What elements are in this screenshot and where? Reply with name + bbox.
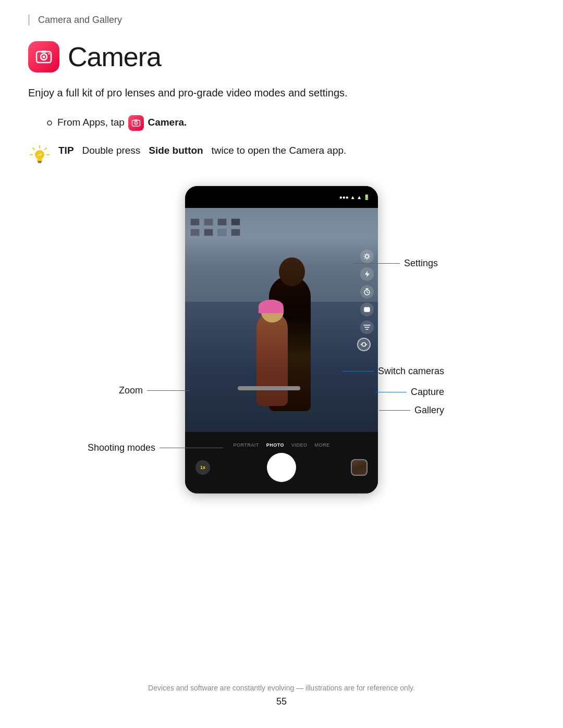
bullet-circle (47, 120, 52, 126)
inline-camera-icon (128, 115, 144, 131)
capture-btn[interactable] (267, 453, 296, 482)
timer-btn[interactable] (360, 285, 374, 299)
annotation-capture: Capture (375, 387, 444, 398)
zoom-btn[interactable]: 1x (195, 460, 210, 475)
diagram-container: ●●● ▲ ▲ 🔋 (28, 186, 535, 493)
svg-rect-19 (364, 307, 370, 312)
annotation-zoom-label: Zoom (119, 385, 143, 396)
annotation-zoom: Zoom (119, 385, 190, 396)
mode-photo[interactable]: PHOTO (266, 442, 284, 448)
annotation-shooting-modes: Shooting modes (88, 442, 223, 453)
footer: Devices and software are constantly evol… (0, 684, 563, 707)
annotation-gallery-label: Gallery (414, 405, 444, 416)
annotation-settings: Settings (353, 258, 438, 269)
mode-portrait[interactable]: PORTRAIT (233, 442, 259, 448)
photo-bike (238, 386, 300, 390)
filter-btn[interactable] (360, 320, 374, 334)
svg-rect-3 (41, 51, 46, 53)
svg-line-10 (33, 148, 34, 150)
aspect-ratio-btn[interactable] (360, 303, 374, 316)
annotation-switch-cameras-label: Switch cameras (378, 366, 444, 377)
status-bar: ●●● ▲ ▲ 🔋 (185, 186, 378, 208)
gallery-thumb-inner (352, 460, 366, 475)
title-section: Camera (28, 41, 535, 72)
annotation-settings-label: Settings (404, 258, 438, 269)
tip-text: TIP Double press Side button twice to op… (58, 143, 346, 158)
mode-more[interactable]: MORE (315, 442, 330, 448)
switch-camera-btn[interactable] (357, 338, 371, 351)
svg-line-11 (45, 148, 46, 150)
breadcrumb: Camera and Gallery (28, 15, 535, 26)
footer-note: Devices and software are constantly evol… (0, 684, 563, 692)
annotation-capture-label: Capture (411, 387, 444, 398)
bullet-text: From Apps, tap Camera. (57, 115, 187, 131)
page-description: Enjoy a full kit of pro lenses and pro-g… (28, 85, 535, 101)
diagram-inner: ●●● ▲ ▲ 🔋 (83, 186, 480, 493)
photo-head-adult (279, 257, 305, 286)
tip-section: TIP Double press Side button twice to op… (28, 143, 535, 167)
camera-viewport (185, 208, 378, 432)
mode-video[interactable]: VIDEO (291, 442, 308, 448)
annotation-shooting-modes-label: Shooting modes (88, 442, 155, 453)
status-time: ●●● ▲ ▲ 🔋 (339, 194, 370, 200)
photo-person-child (256, 312, 288, 406)
bullet-item: From Apps, tap Camera. (47, 115, 535, 131)
photo-helmet (259, 300, 284, 313)
breadcrumb-text: Camera and Gallery (38, 15, 122, 25)
flash-btn[interactable] (360, 267, 374, 281)
camera-app-icon-large (28, 41, 59, 72)
svg-point-7 (136, 122, 137, 124)
nav-bar (185, 492, 378, 493)
gallery-thumb[interactable] (351, 459, 368, 476)
footer-page: 55 (0, 696, 563, 707)
annotation-switch-cameras: Switch cameras (342, 366, 444, 377)
shooting-modes-bar: PORTRAIT PHOTO VIDEO MORE (233, 442, 329, 448)
annotation-gallery: Gallery (379, 405, 444, 416)
svg-rect-8 (134, 119, 138, 120)
svg-point-4 (48, 53, 50, 55)
svg-point-2 (43, 56, 45, 58)
page-title: Camera (68, 41, 161, 72)
tip-bulb-icon (28, 144, 51, 167)
camera-bottom: PORTRAIT PHOTO VIDEO MORE 1x (185, 432, 378, 492)
camera-controls-row: 1x (185, 453, 378, 482)
photo-windows (190, 218, 241, 236)
